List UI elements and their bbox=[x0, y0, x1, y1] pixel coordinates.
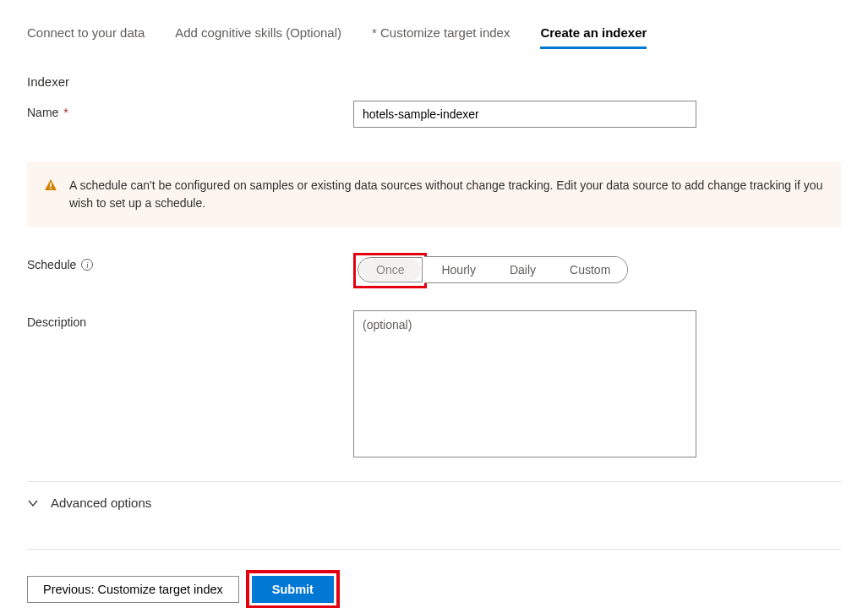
required-indicator: * bbox=[63, 106, 68, 119]
advanced-options-toggle[interactable]: Advanced options bbox=[27, 481, 841, 510]
schedule-option-hourly[interactable]: Hourly bbox=[424, 257, 492, 282]
highlight-submit: Submit bbox=[246, 570, 340, 608]
schedule-option-daily[interactable]: Daily bbox=[493, 257, 553, 282]
highlight-once: Once bbox=[353, 253, 427, 288]
row-description: Description bbox=[27, 310, 841, 457]
tab-create-indexer[interactable]: Create an indexer bbox=[540, 25, 647, 49]
schedule-option-once[interactable]: Once bbox=[359, 259, 421, 281]
chevron-down-icon bbox=[27, 497, 39, 509]
advanced-options-label: Advanced options bbox=[51, 496, 151, 510]
submit-button[interactable]: Submit bbox=[252, 576, 334, 603]
previous-button[interactable]: Previous: Customize target index bbox=[27, 576, 239, 603]
tab-customize-index[interactable]: * Customize target index bbox=[372, 25, 510, 49]
svg-rect-1 bbox=[50, 188, 52, 189]
name-label: Name* bbox=[27, 101, 353, 119]
svg-rect-0 bbox=[50, 183, 52, 187]
description-label: Description bbox=[27, 310, 353, 329]
schedule-option-custom[interactable]: Custom bbox=[553, 257, 627, 282]
footer-bar: Previous: Customize target index Submit bbox=[27, 549, 841, 608]
schedule-label: Schedule i bbox=[27, 253, 353, 271]
wizard-tabs: Connect to your data Add cognitive skill… bbox=[27, 25, 841, 49]
schedule-warning-box: A schedule can't be configured on sample… bbox=[27, 162, 841, 227]
row-schedule: Schedule i Once Hourly Daily Custom bbox=[27, 253, 841, 288]
warning-icon bbox=[44, 178, 57, 194]
tab-cognitive-skills[interactable]: Add cognitive skills (Optional) bbox=[175, 25, 341, 49]
section-title: Indexer bbox=[27, 74, 841, 89]
name-input[interactable] bbox=[353, 101, 696, 128]
description-input[interactable] bbox=[353, 310, 696, 457]
row-name: Name* bbox=[27, 101, 841, 128]
warning-text: A schedule can't be configured on sample… bbox=[69, 177, 824, 212]
tab-connect-data[interactable]: Connect to your data bbox=[27, 25, 145, 49]
info-icon[interactable]: i bbox=[81, 259, 93, 271]
